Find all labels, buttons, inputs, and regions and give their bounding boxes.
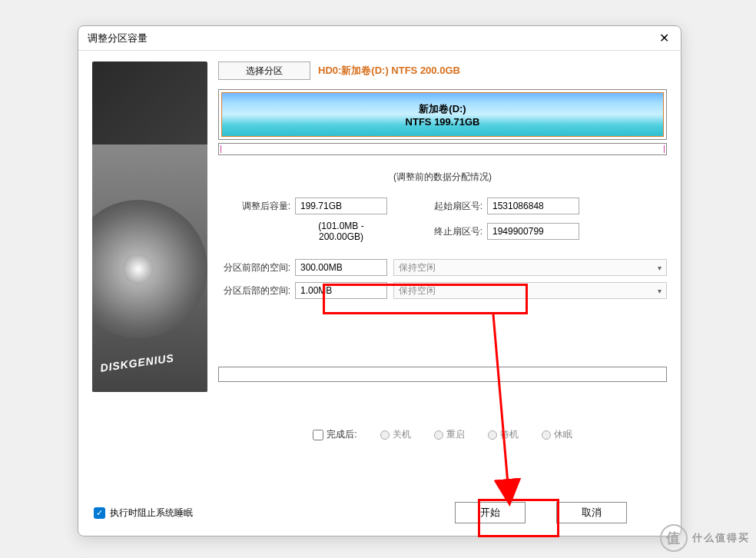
usage-bar xyxy=(218,143,667,155)
dialog-title: 调整分区容量 xyxy=(88,32,148,45)
end-sector-input[interactable] xyxy=(487,223,579,240)
before-state-label: (调整前的数据分配情况) xyxy=(218,171,667,184)
space-before-select[interactable]: 保持空闲 ▾ xyxy=(393,259,667,276)
standby-radio[interactable]: 待机 xyxy=(488,428,519,441)
end-sector-label: 终止扇区号: xyxy=(410,225,487,238)
partition-name: 新加卷(D:) xyxy=(419,102,466,116)
space-before-label: 分区前部的空间: xyxy=(218,261,295,274)
space-after-input[interactable] xyxy=(295,282,387,299)
after-size-label: 调整后容量: xyxy=(218,200,295,213)
space-before-input[interactable] xyxy=(295,259,387,276)
prevent-sleep-checkbox[interactable]: ✓ 执行时阻止系统睡眠 xyxy=(94,507,193,520)
dialog-content: DISKGENIUS 选择分区 HD0:新加卷(D:) NTFS 200.0GB… xyxy=(78,51,681,490)
disk-illustration: DISKGENIUS xyxy=(92,61,207,392)
right-panel: 选择分区 HD0:新加卷(D:) NTFS 200.0GB 新加卷(D:) NT… xyxy=(218,61,667,479)
start-button[interactable]: 开始 xyxy=(455,502,526,523)
chevron-down-icon: ▾ xyxy=(658,264,662,272)
select-partition-button[interactable]: 选择分区 xyxy=(218,61,310,80)
watermark-text: 什么值得买 xyxy=(692,531,750,545)
checkbox-checked-icon: ✓ xyxy=(94,507,105,519)
watermark: 值 什么值得买 xyxy=(660,524,750,552)
space-after-select[interactable]: 保持空闲 ▾ xyxy=(393,282,667,299)
progress-bar xyxy=(218,367,667,382)
start-sector-label: 起始扇区号: xyxy=(410,200,487,213)
watermark-icon: 值 xyxy=(660,524,688,552)
titlebar: 调整分区容量 ✕ xyxy=(78,26,681,51)
start-sector-input[interactable] xyxy=(487,198,579,214)
space-after-label: 分区后部的空间: xyxy=(218,284,295,297)
partition-preview[interactable]: 新加卷(D:) NTFS 199.71GB xyxy=(218,89,667,140)
restart-radio[interactable]: 重启 xyxy=(434,428,465,441)
selected-disk-label: HD0:新加卷(D:) NTFS 200.0GB xyxy=(318,64,460,78)
close-icon[interactable]: ✕ xyxy=(656,31,671,46)
cancel-button[interactable]: 取消 xyxy=(556,502,627,523)
range-hint: (101.0MB - 200.00GB) xyxy=(295,221,387,242)
shutdown-radio[interactable]: 关机 xyxy=(380,428,411,441)
hibernate-radio[interactable]: 休眠 xyxy=(542,428,572,441)
after-action-row: 完成后: 关机 重启 待机 休眠 xyxy=(218,428,667,441)
partition-size: NTFS 199.71GB xyxy=(406,116,480,128)
bottom-bar: ✓ 执行时阻止系统睡眠 开始 取消 xyxy=(78,490,681,536)
chevron-down-icon: ▾ xyxy=(658,287,662,295)
after-action-checkbox[interactable]: 完成后: xyxy=(313,428,356,441)
resize-partition-dialog: 调整分区容量 ✕ DISKGENIUS 选择分区 HD0:新加卷(D:) NTF… xyxy=(78,25,681,536)
after-size-input[interactable] xyxy=(295,198,387,214)
